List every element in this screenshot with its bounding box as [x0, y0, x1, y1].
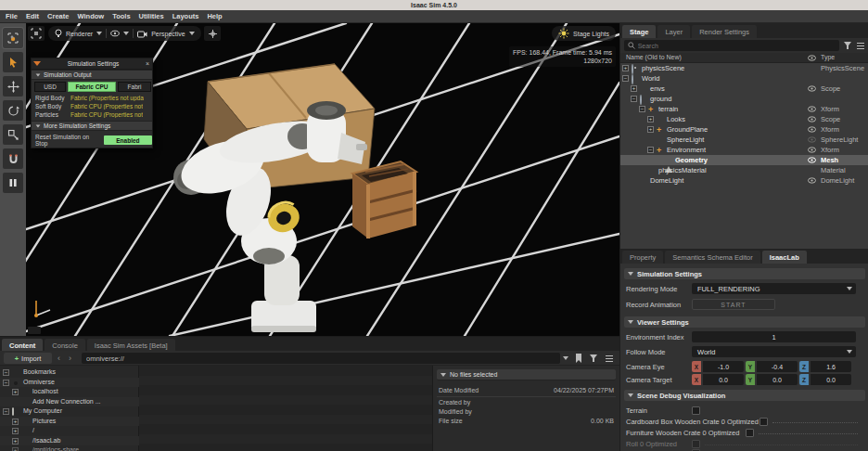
menu-layouts[interactable]: Layouts: [172, 12, 199, 20]
visibility-eye-icon[interactable]: [808, 177, 816, 186]
viewport-canvas[interactable]: Renderer Perspective: [26, 23, 619, 336]
rotate-tool-button[interactable]: [3, 100, 23, 121]
viewport-grab-button[interactable]: [204, 26, 221, 41]
tab-isaaclab[interactable]: IsaacLab: [762, 251, 807, 264]
expander-icon[interactable]: +: [12, 438, 19, 445]
stage-row-DomeLight[interactable]: DomeLight DomeLight: [620, 175, 868, 186]
section-more-simulation-settings[interactable]: More Simulation Settings: [32, 121, 152, 131]
menu-create[interactable]: Create: [47, 12, 69, 20]
tab-isaac-sim-assets[interactable]: Isaac Sim Assets [Beta]: [87, 339, 175, 352]
scale-tool-button[interactable]: [3, 124, 23, 145]
stage-item-label[interactable]: DomeLight: [650, 176, 683, 185]
menu-tools[interactable]: Tools: [112, 12, 130, 20]
import-button[interactable]: + Import: [4, 353, 52, 364]
select-tool-button[interactable]: [3, 52, 23, 72]
menu-edit[interactable]: Edit: [26, 12, 39, 20]
chevron-down-icon[interactable]: [189, 32, 195, 35]
tree-item-label[interactable]: Bookmarks: [23, 368, 56, 375]
renderer-dropdown[interactable]: Renderer: [66, 31, 93, 37]
camera-target-y-input[interactable]: 0.0: [757, 374, 798, 385]
pause-button[interactable]: [3, 173, 23, 193]
stage-row-Geometry[interactable]: Geometry Mesh: [620, 155, 868, 165]
stage-item-label[interactable]: GroundPlane: [667, 125, 708, 134]
stage-row-World[interactable]: − World: [620, 73, 868, 84]
name-column-header[interactable]: Name (Old to New): [626, 54, 682, 60]
section-viewer-settings[interactable]: Viewer Settings: [624, 316, 865, 328]
tab-console[interactable]: Console: [45, 339, 85, 352]
chevron-down-icon[interactable]: [123, 32, 129, 35]
chevron-down-icon[interactable]: [96, 32, 102, 35]
stage-item-label[interactable]: Geometry: [675, 156, 708, 164]
menu-file[interactable]: File: [6, 12, 18, 20]
chevron-down-icon[interactable]: [563, 356, 568, 360]
visibility-eye-icon[interactable]: [808, 136, 816, 145]
stage-row-physicsMaterial[interactable]: physicsMaterial Material: [620, 165, 868, 175]
camera-eye-y-input[interactable]: -0.4: [757, 361, 798, 372]
path-address-input[interactable]: [82, 353, 560, 364]
tree-item-label[interactable]: My Computer: [23, 407, 62, 414]
stage-row-Environment[interactable]: − + Environment Xform: [620, 145, 868, 155]
back-arrow-icon[interactable]: ‹: [57, 353, 60, 364]
start-record-button[interactable]: START: [692, 299, 775, 310]
stage-row-physicsScene[interactable]: + physicsScene PhysicsScene: [620, 63, 868, 73]
tree-row-omniverse[interactable]: − Omniverse: [0, 378, 139, 388]
furniture-crate-checkbox[interactable]: [746, 429, 754, 437]
expander-icon[interactable]: −: [639, 106, 645, 112]
visibility-eye-icon[interactable]: [110, 30, 120, 37]
tab-property[interactable]: Property: [622, 251, 663, 264]
tab-semantics-schema-editor[interactable]: Semantics Schema Editor: [665, 251, 760, 264]
reset-enabled-button[interactable]: Enabled: [104, 135, 152, 145]
expander-icon[interactable]: −: [3, 408, 9, 415]
expander-icon[interactable]: −: [622, 75, 629, 82]
expander-icon[interactable]: −: [631, 96, 637, 102]
tree-row-bookmarks[interactable]: − Bookmarks: [0, 367, 139, 378]
tree-row-root[interactable]: + /: [0, 426, 139, 436]
tree-item-label[interactable]: /IsaacLab: [32, 437, 60, 444]
environment-index-input[interactable]: 1: [692, 331, 856, 342]
type-column-header[interactable]: Type: [821, 54, 835, 60]
visibility-eye-icon[interactable]: [808, 106, 816, 114]
expander-icon[interactable]: +: [647, 116, 654, 122]
snap-tool-button[interactable]: [3, 148, 23, 169]
stage-lights-button[interactable]: Stage Lights: [552, 26, 616, 41]
tab-render-settings[interactable]: Render Settings: [692, 25, 757, 38]
stage-item-label[interactable]: Environment: [667, 146, 706, 154]
camera-eye-x-input[interactable]: -1.0: [703, 361, 744, 372]
tree-row-add-connection[interactable]: Add New Connection ...: [0, 397, 139, 407]
tree-row-isaaclab[interactable]: + /IsaacLab: [0, 436, 139, 446]
file-grid-area[interactable]: [139, 366, 433, 451]
camera-eye-z-input[interactable]: 1.6: [811, 361, 851, 372]
stage-row-Looks[interactable]: + Looks Scope: [620, 114, 868, 124]
stage-row-terrain[interactable]: − + terrain Xform: [620, 104, 868, 114]
expander-icon[interactable]: +: [12, 428, 19, 434]
forward-arrow-icon[interactable]: ›: [69, 353, 71, 364]
tree-row-pictures[interactable]: + Pictures: [0, 417, 139, 427]
visibility-eye-icon[interactable]: [808, 147, 816, 155]
section-simulation-output[interactable]: Simulation Output: [32, 70, 152, 80]
expander-icon[interactable]: +: [647, 126, 654, 133]
rendering-mode-dropdown[interactable]: FULL_RENDERING: [692, 283, 856, 294]
camera-target-z-input[interactable]: 0.0: [811, 374, 851, 385]
tree-row-my-computer[interactable]: − My Computer: [0, 406, 139, 417]
details-header[interactable]: No files selected: [437, 369, 616, 380]
section-scene-debug-visualization[interactable]: Scene Debug Visualization: [624, 390, 865, 401]
filter-icon[interactable]: [843, 41, 852, 50]
tab-stage[interactable]: Stage: [622, 25, 656, 38]
expander-icon[interactable]: +: [622, 65, 629, 71]
tree-item-label[interactable]: Omniverse: [23, 379, 55, 385]
stage-item-label[interactable]: physicsScene: [642, 64, 684, 72]
tab-content[interactable]: Content: [2, 339, 43, 352]
expander-icon[interactable]: +: [12, 447, 19, 451]
collapse-arrow-icon[interactable]: [33, 61, 41, 66]
expander-icon[interactable]: −: [3, 380, 9, 386]
list-options-icon[interactable]: [856, 42, 865, 50]
usd-mode-button[interactable]: USD: [34, 82, 66, 92]
expander-icon[interactable]: +: [12, 419, 19, 425]
tree-item-label[interactable]: Add New Connection ...: [32, 398, 101, 405]
stage-item-label[interactable]: SphereLight: [667, 135, 704, 144]
tree-row-mnt-share[interactable]: + /mnt/docs-share: [0, 445, 139, 451]
tree-item-label[interactable]: /: [32, 427, 34, 433]
expander-icon[interactable]: −: [3, 369, 9, 376]
stage-search-input[interactable]: [638, 43, 836, 49]
expander-icon[interactable]: −: [647, 147, 654, 153]
